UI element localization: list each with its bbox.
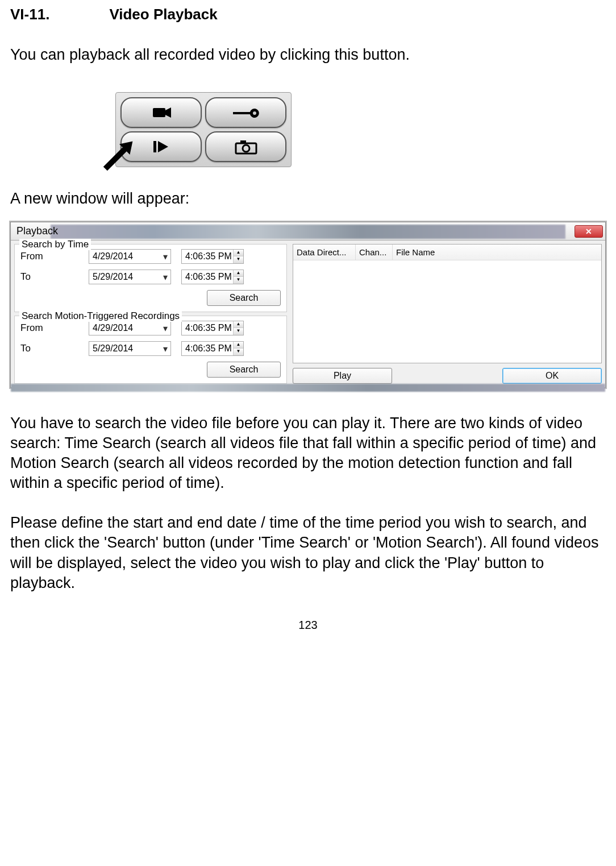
motion-to-date-picker[interactable]: 5/29/2014 ▾ [89, 341, 171, 356]
paragraph-1: You have to search the video file before… [10, 413, 606, 493]
from-time-spinner[interactable]: 4:06:35 PM ▲▼ [181, 249, 244, 264]
motion-to-label: To [20, 343, 89, 354]
snapshot-button[interactable] [205, 131, 286, 162]
close-icon: ✕ [585, 227, 592, 236]
spinner-icon: ▲▼ [233, 270, 243, 284]
svg-marker-0 [100, 136, 138, 173]
close-button[interactable]: ✕ [575, 225, 603, 238]
svg-marker-5 [158, 141, 168, 152]
from-date-value: 4/29/2014 [93, 251, 133, 262]
button-panel-illustration [78, 92, 606, 167]
motion-from-time-spinner[interactable]: 4:06:35 PM ▲▼ [181, 321, 244, 335]
motion-to-date-value: 5/29/2014 [93, 343, 133, 354]
record-button[interactable] [120, 97, 202, 128]
dialog-title: Playback [16, 225, 58, 237]
spinner-icon: ▲▼ [233, 342, 243, 355]
camera-icon [147, 105, 176, 121]
subhead-text: A new window will appear: [10, 190, 606, 208]
chevron-down-icon: ▾ [160, 343, 170, 354]
svg-rect-1 [153, 108, 165, 117]
svg-marker-2 [165, 107, 171, 118]
settings-button[interactable] [205, 97, 286, 128]
svg-point-3 [253, 111, 256, 115]
wrench-icon [230, 106, 263, 119]
col-data-directory[interactable]: Data Direct... [293, 245, 356, 260]
motion-to-time-value: 4:06:35 PM [185, 343, 232, 354]
to-label: To [20, 271, 89, 283]
to-date-picker[interactable]: 5/29/2014 ▾ [89, 270, 171, 284]
to-date-value: 5/29/2014 [93, 272, 133, 282]
paragraph-2: Please define the start and end date / t… [10, 513, 606, 592]
page-number: 123 [10, 619, 606, 632]
window-shadow [11, 384, 605, 392]
dialog-titlebar: Playback ✕ [11, 222, 605, 241]
section-title: Video Playback [109, 6, 217, 23]
to-time-spinner[interactable]: 4:06:35 PM ▲▼ [181, 270, 244, 284]
chevron-down-icon: ▾ [160, 272, 170, 283]
intro-text: You can playback all recorded video by c… [10, 46, 606, 64]
motion-from-time-value: 4:06:35 PM [185, 323, 232, 333]
search-motion-group: Search Motion-Triggered Recordings From … [14, 316, 287, 384]
section-heading: VI-11. Video Playback [10, 6, 606, 23]
motion-from-date-value: 4/29/2014 [93, 323, 133, 333]
search-time-button[interactable]: Search [207, 290, 281, 306]
from-time-value: 4:06:35 PM [185, 251, 232, 262]
spinner-icon: ▲▼ [233, 250, 243, 263]
chevron-down-icon: ▾ [160, 251, 170, 262]
from-label: From [20, 251, 89, 262]
col-file-name[interactable]: File Name [393, 245, 601, 260]
pointer-arrow-icon [78, 142, 115, 173]
col-channel[interactable]: Chan... [356, 245, 393, 260]
svg-rect-7 [240, 140, 246, 144]
search-by-time-legend: Search by Time [19, 239, 91, 250]
playback-dialog: Playback ✕ Search by Time From 4/29/2014… [10, 222, 606, 388]
results-list-header: Data Direct... Chan... File Name [293, 245, 601, 260]
snapshot-camera-icon [232, 139, 260, 155]
section-number: VI-11. [10, 6, 49, 23]
svg-point-8 [243, 145, 249, 152]
results-list[interactable]: Data Direct... Chan... File Name [293, 244, 602, 363]
play-icon [151, 139, 172, 155]
motion-from-date-picker[interactable]: 4/29/2014 ▾ [89, 321, 171, 335]
ok-button[interactable]: OK [502, 368, 602, 384]
chevron-down-icon: ▾ [160, 323, 170, 334]
svg-rect-4 [153, 141, 156, 152]
motion-to-time-spinner[interactable]: 4:06:35 PM ▲▼ [181, 341, 244, 356]
search-motion-legend: Search Motion-Triggered Recordings [19, 310, 182, 322]
play-button[interactable]: Play [293, 368, 392, 384]
spinner-icon: ▲▼ [233, 321, 243, 335]
motion-from-label: From [20, 322, 89, 334]
to-time-value: 4:06:35 PM [185, 272, 232, 282]
search-by-time-group: Search by Time From 4/29/2014 ▾ 4:06:35 … [14, 244, 287, 312]
search-motion-button[interactable]: Search [207, 362, 281, 378]
from-date-picker[interactable]: 4/29/2014 ▾ [89, 249, 171, 264]
